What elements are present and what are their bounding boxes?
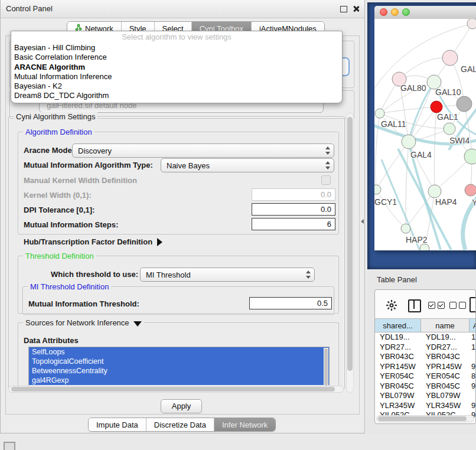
gear-icon[interactable] bbox=[386, 299, 397, 311]
table-cell-value[interactable]: 9. bbox=[470, 381, 476, 392]
algorithm-option-mutual-information-inference[interactable]: Mutual Information Inference bbox=[11, 72, 342, 81]
vertical-scrollbar[interactable] bbox=[346, 113, 354, 393]
sources-group-title[interactable]: Sources for Network Inference bbox=[23, 318, 144, 327]
network-edge[interactable] bbox=[409, 142, 435, 191]
network-node[interactable] bbox=[444, 123, 455, 135]
data-attributes-list[interactable]: SelfLoopsTopologicalCoefficientBetweenne… bbox=[28, 347, 330, 388]
network-node[interactable] bbox=[442, 50, 458, 66]
attribute-item-betweennesscentrality[interactable]: BetweennessCentrality bbox=[29, 366, 329, 376]
network-node[interactable] bbox=[431, 101, 442, 113]
network-canvas[interactable]: GALGAL80GAL10GAL11GAL1SWI4GAL4GCY1HAP4YH… bbox=[374, 19, 476, 250]
attribute-item-topologicalcoefficient[interactable]: TopologicalCoefficient bbox=[29, 357, 329, 366]
network-node[interactable] bbox=[375, 109, 384, 118]
which-threshold-combo[interactable]: MI Threshold bbox=[140, 268, 315, 282]
page-icon[interactable] bbox=[470, 297, 476, 312]
network-graph: GALGAL80GAL10GAL11GAL1SWI4GAL4GCY1HAP4YH… bbox=[374, 19, 476, 250]
algorithm-option-aracne-algorithm[interactable]: ARACNE Algorithm bbox=[11, 63, 342, 72]
checked-checkbox-icon[interactable] bbox=[438, 302, 445, 309]
float-icon[interactable] bbox=[340, 6, 347, 12]
mi-steps-field[interactable]: 6 bbox=[252, 218, 335, 230]
horizontal-scrollbar[interactable] bbox=[8, 386, 344, 393]
table-cell-id[interactable]: YER054C bbox=[421, 371, 470, 381]
table-cell-id[interactable]: YDR27... bbox=[421, 343, 470, 353]
control-panel-titlebar: Control Panel bbox=[1, 0, 364, 18]
node-table-card: shared...nameA YDL19...YDL19...13YDR27..… bbox=[374, 289, 476, 424]
checked-checkbox-icon[interactable] bbox=[428, 302, 435, 309]
zoom-traffic-light[interactable] bbox=[402, 8, 410, 16]
node-label-gal10: GAL10 bbox=[435, 87, 461, 97]
attribute-item-selfloops[interactable]: SelfLoops bbox=[29, 347, 329, 357]
table-cell-value[interactable]: 12 bbox=[470, 343, 476, 353]
table-body: YDL19...YDL19...13YDR27...YDR27...12YBR0… bbox=[375, 332, 475, 420]
unchecked-checkbox-icon[interactable] bbox=[449, 302, 457, 309]
table-cell-id[interactable]: YDL19... bbox=[421, 332, 470, 343]
table-cell-id[interactable]: YBL079W bbox=[375, 391, 421, 401]
close-traffic-light[interactable] bbox=[380, 8, 387, 16]
tab-infer-network[interactable]: Infer Network bbox=[214, 418, 275, 431]
network-node[interactable] bbox=[428, 185, 441, 198]
table-cell-value[interactable]: 9. bbox=[470, 362, 476, 372]
which-threshold-value: MI Threshold bbox=[146, 270, 191, 279]
table-cell-value[interactable]: 9. bbox=[470, 401, 476, 411]
table-cell-id[interactable]: YBL079W bbox=[421, 391, 470, 401]
algorithm-option-basic-correlation-inference[interactable]: Basic Correlation Inference bbox=[11, 53, 342, 62]
network-edge[interactable] bbox=[376, 142, 409, 190]
network-node[interactable] bbox=[457, 96, 472, 112]
table-cell-id[interactable]: YBR045C bbox=[421, 381, 470, 392]
kernel-width-field[interactable]: 0.0 bbox=[252, 188, 335, 201]
dock-icon[interactable] bbox=[4, 442, 15, 450]
mi-threshold-field[interactable]: 0.5 bbox=[249, 297, 332, 309]
attribute-item-gal4rgexp[interactable]: gal4RGexp bbox=[29, 376, 329, 385]
column-split-icon[interactable] bbox=[408, 299, 421, 312]
table-cell-id[interactable]: YLR345W bbox=[375, 401, 421, 411]
network-edge[interactable] bbox=[380, 107, 436, 113]
table-cell-id[interactable]: YBR045C bbox=[375, 381, 421, 392]
column-header-a[interactable]: A bbox=[470, 318, 476, 332]
table-cell-id[interactable]: YDL19... bbox=[375, 332, 421, 343]
table-cell-value[interactable]: 8. bbox=[470, 371, 476, 381]
network-edge[interactable] bbox=[406, 142, 409, 229]
table-cell-value[interactable]: 13 bbox=[470, 332, 476, 343]
table-cell-value[interactable] bbox=[470, 391, 476, 401]
network-view-window[interactable]: GALGAL80GAL10GAL11GAL1SWI4GAL4GCY1HAP4YH… bbox=[374, 6, 476, 250]
network-node[interactable] bbox=[467, 19, 476, 29]
mi-algorithm-combo[interactable]: Naive Bayes bbox=[161, 158, 334, 172]
table-cell-id[interactable]: YBR043C bbox=[421, 352, 470, 362]
column-header-shared[interactable]: shared... bbox=[375, 318, 421, 332]
apply-button[interactable]: Apply bbox=[161, 399, 202, 413]
tab-discretize-data[interactable]: Discretize Data bbox=[146, 418, 214, 431]
network-edge[interactable] bbox=[376, 113, 380, 190]
algorithm-option-bayesian-hill-climbing[interactable]: Bayesian - Hill Climbing bbox=[11, 43, 342, 53]
network-node[interactable] bbox=[465, 184, 476, 196]
network-node[interactable] bbox=[464, 149, 476, 164]
column-header-name[interactable]: name bbox=[421, 318, 470, 332]
table-cell-id[interactable]: YDR27... bbox=[375, 343, 421, 353]
list-scrollbar[interactable] bbox=[324, 348, 328, 387]
algorithm-option-dream8-dc-tdc-algorithm[interactable]: Dream8 DC_TDC Algorithm bbox=[11, 91, 342, 100]
network-node[interactable] bbox=[374, 185, 381, 194]
minimize-traffic-light[interactable] bbox=[391, 8, 399, 16]
algorithm-option-bayesian-k2[interactable]: Bayesian - K2 bbox=[11, 81, 342, 91]
network-node[interactable] bbox=[402, 135, 416, 149]
tab-impute-data[interactable]: Impute Data bbox=[89, 418, 146, 431]
network-window-titlebar[interactable] bbox=[374, 6, 476, 19]
table-cell-id[interactable]: YBR043C bbox=[375, 352, 421, 362]
manual-kernel-checkbox[interactable] bbox=[321, 175, 331, 185]
network-edge[interactable] bbox=[399, 58, 450, 79]
splitter-arrow-icon[interactable] bbox=[361, 219, 364, 224]
network-node[interactable] bbox=[401, 224, 410, 233]
table-cell-id[interactable]: YLR345W bbox=[421, 401, 470, 411]
network-node[interactable] bbox=[420, 244, 429, 250]
table-cell-id[interactable]: YPR145W bbox=[421, 362, 470, 372]
table-cell-id[interactable]: YPR145W bbox=[375, 362, 421, 372]
unchecked-checkbox-icon[interactable] bbox=[459, 302, 466, 309]
table-cell-id[interactable]: YER054C bbox=[375, 371, 421, 381]
close-icon[interactable] bbox=[352, 5, 360, 12]
table-horizontal-scrollbar[interactable] bbox=[376, 415, 474, 422]
network-edge[interactable] bbox=[434, 107, 436, 191]
table-cell-value[interactable] bbox=[470, 352, 476, 362]
data-attributes-label: Data Attributes bbox=[24, 336, 79, 345]
aracne-mode-combo[interactable]: Discovery bbox=[72, 144, 334, 158]
hub-definition-toggle[interactable]: Hub/Transcription Factor Definition bbox=[24, 237, 162, 246]
dpi-tolerance-field[interactable]: 0.0 bbox=[252, 203, 335, 216]
